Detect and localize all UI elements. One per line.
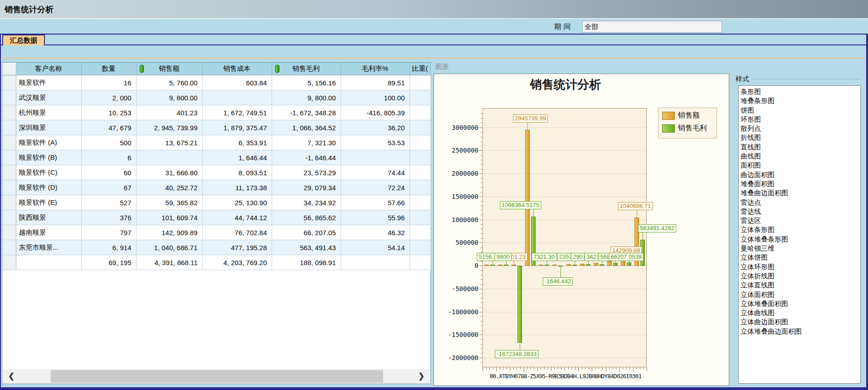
table-cell[interactable]: -1, 672, 348.28: [272, 105, 341, 120]
table-cell[interactable]: 44, 744.12: [202, 210, 272, 225]
row-selector[interactable]: [2, 210, 16, 225]
table-cell[interactable]: 越南顺景: [16, 225, 81, 240]
table-cell[interactable]: 东莞市顺景...: [16, 240, 81, 255]
table-cell[interactable]: [410, 150, 430, 165]
style-option-5[interactable]: 折线图: [741, 133, 860, 142]
style-option-15[interactable]: 立体条形图: [741, 225, 860, 234]
table-cell[interactable]: 9, 800.00: [136, 90, 202, 105]
table-cell[interactable]: 1, 646.44: [202, 150, 272, 165]
table-cell[interactable]: 60: [81, 165, 136, 180]
style-option-16[interactable]: 立体堆叠条形图: [741, 235, 860, 244]
table-cell[interactable]: [410, 90, 430, 105]
table-row[interactable]: 顺景软件 (A)50013, 675.216, 353.917, 321.305…: [2, 135, 430, 150]
column-header-3[interactable]: 销售成本: [202, 63, 272, 75]
table-row[interactable]: 顺景软件165, 760.00603.845, 156.1689.51: [2, 75, 430, 90]
table-cell[interactable]: -416, 805.39: [341, 105, 410, 120]
table-row[interactable]: 顺景软件 (E)52759, 365.8225, 130.9034, 234.9…: [2, 195, 430, 210]
table-cell[interactable]: 1, 672, 749.51: [202, 105, 272, 120]
table-cell[interactable]: 13, 675.21: [136, 135, 202, 150]
table-cell[interactable]: [410, 225, 430, 240]
style-option-1[interactable]: 堆叠条形图: [741, 96, 860, 105]
table-cell[interactable]: 34, 234.92: [272, 195, 341, 210]
style-option-21[interactable]: 立体直线图: [741, 281, 860, 290]
table-cell[interactable]: [16, 255, 81, 270]
table-cell[interactable]: 16: [81, 75, 136, 90]
table-row[interactable]: 杭州顺景10, 253401.231, 672, 749.51-1, 672, …: [2, 105, 430, 120]
table-cell[interactable]: [410, 75, 430, 90]
table-row[interactable]: 武汉顺景2, 0009, 800.009, 800.00100.00: [2, 90, 430, 105]
table-cell[interactable]: [410, 195, 430, 210]
table-cell[interactable]: 89.51: [341, 75, 410, 90]
column-header-4[interactable]: 销售毛利: [272, 63, 341, 75]
style-option-20[interactable]: 立体折线图: [741, 272, 860, 281]
row-selector[interactable]: [2, 120, 16, 135]
table-cell[interactable]: 29, 079.34: [272, 180, 341, 195]
table-cell[interactable]: 顺景软件 (A): [16, 135, 81, 150]
table-cell[interactable]: 4, 203, 769.20: [202, 255, 272, 270]
table-cell[interactable]: 53.53: [341, 135, 410, 150]
table-cell[interactable]: 1, 066, 364.52: [272, 120, 341, 135]
row-selector[interactable]: [2, 135, 16, 150]
table-cell[interactable]: 55.96: [341, 210, 410, 225]
style-option-17[interactable]: 曼哈顿三维: [741, 244, 860, 253]
table-row[interactable]: 顺景软件 (C)6031, 666.808, 093.5123, 573.297…: [2, 165, 430, 180]
table-cell[interactable]: 6: [81, 150, 136, 165]
row-selector[interactable]: [2, 240, 16, 255]
style-option-13[interactable]: 雷达线: [741, 207, 860, 216]
style-option-2[interactable]: 饼图: [741, 106, 860, 115]
table-cell[interactable]: [410, 105, 430, 120]
column-header-1[interactable]: 数量: [81, 63, 136, 75]
table-cell[interactable]: 9, 800.00: [272, 90, 341, 105]
table-cell[interactable]: 477, 195.28: [202, 240, 272, 255]
table-cell[interactable]: 59, 365.82: [136, 195, 202, 210]
table-cell[interactable]: 7, 321.30: [272, 135, 341, 150]
row-selector[interactable]: [2, 105, 16, 120]
table-cell[interactable]: 2, 000: [81, 90, 136, 105]
column-header-6[interactable]: 比重(: [410, 63, 430, 75]
table-cell[interactable]: 2, 945, 739.99: [136, 120, 202, 135]
table-cell[interactable]: 顺景软件 (B): [16, 150, 81, 165]
column-header-5[interactable]: 毛利率%: [341, 63, 410, 75]
row-selector[interactable]: [2, 225, 16, 240]
chart-style-listbox[interactable]: 条形图堆叠条形图饼图环形图散列点折线图直线图曲线图面积图曲边面积图堆叠面积图堆叠…: [738, 85, 861, 384]
table-cell[interactable]: [410, 165, 430, 180]
row-selector[interactable]: [2, 180, 16, 195]
column-header-2[interactable]: 销售额: [136, 63, 202, 75]
table-cell[interactable]: 797: [81, 225, 136, 240]
table-cell[interactable]: [341, 255, 410, 270]
table-cell[interactable]: [341, 150, 410, 165]
table-cell[interactable]: 401.23: [136, 105, 202, 120]
style-option-22[interactable]: 立体面积图: [741, 290, 860, 299]
style-option-23[interactable]: 立体堆叠面积图: [741, 299, 860, 308]
table-cell[interactable]: [410, 255, 430, 270]
style-option-9[interactable]: 曲边面积图: [741, 170, 860, 179]
table-cell[interactable]: 74.44: [341, 165, 410, 180]
period-input[interactable]: [582, 21, 722, 33]
table-cell[interactable]: 31, 666.80: [136, 165, 202, 180]
table-cell[interactable]: 1, 040, 686.71: [136, 240, 202, 255]
table-cell[interactable]: 11, 173.38: [202, 180, 272, 195]
row-selector[interactable]: [2, 75, 16, 90]
scroll-left-icon[interactable]: ❮: [5, 371, 17, 381]
style-option-25[interactable]: 立体曲边面积图: [741, 317, 860, 326]
table-cell[interactable]: 武汉顺景: [16, 90, 81, 105]
table-cell[interactable]: 36.20: [341, 120, 410, 135]
table-cell[interactable]: 6, 353.91: [202, 135, 272, 150]
table-cell[interactable]: 56, 865.62: [272, 210, 341, 225]
table-cell[interactable]: [410, 120, 430, 135]
table-cell[interactable]: 顺景软件 (D): [16, 180, 81, 195]
style-option-12[interactable]: 雷达点: [741, 198, 860, 207]
table-cell[interactable]: 4, 391, 868.11: [136, 255, 202, 270]
style-option-26[interactable]: 立体堆叠曲边面积图: [741, 327, 860, 336]
row-selector[interactable]: [2, 255, 16, 270]
table-cell[interactable]: 188, 098.91: [272, 255, 341, 270]
table-cell[interactable]: 顺景软件: [16, 75, 81, 90]
table-cell[interactable]: [136, 150, 202, 165]
table-cell[interactable]: 69, 195: [81, 255, 136, 270]
style-option-7[interactable]: 曲线图: [741, 152, 860, 161]
table-cell[interactable]: 66, 207.05: [272, 225, 341, 240]
table-cell[interactable]: 顺景软件 (E): [16, 195, 81, 210]
table-cell[interactable]: 47, 679: [81, 120, 136, 135]
style-option-6[interactable]: 直线图: [741, 143, 860, 152]
style-option-0[interactable]: 条形图: [741, 87, 860, 96]
